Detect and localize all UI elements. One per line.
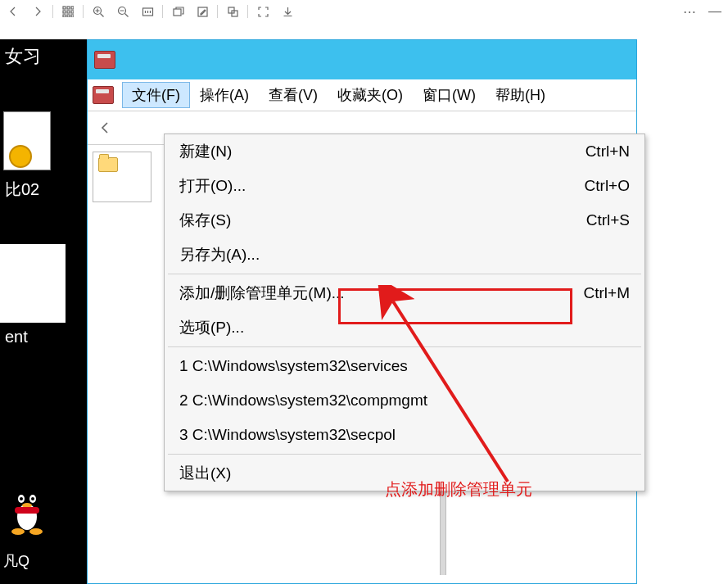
desk-white-block [0,244,66,323]
more-button[interactable]: ⋯ [682,3,699,20]
svg-point-25 [29,528,43,535]
mmc-app-icon [94,51,115,69]
fullscreen-button[interactable] [255,3,271,20]
menu-help[interactable]: 帮助(H) [486,82,555,108]
svg-rect-6 [63,15,66,17]
forward-button[interactable] [29,3,46,20]
mmc-titlebar[interactable] [88,40,636,79]
download-button[interactable] [279,3,296,20]
menu-separator [168,274,641,274]
viewer-toolbar: ⋯ — [0,0,728,24]
minimize-button[interactable]: — [707,3,723,20]
console-root-folder-icon [98,157,118,172]
actual-size-button[interactable] [139,3,156,20]
zoom-in-button[interactable] [90,3,106,20]
svg-rect-8 [71,15,74,17]
medal-icon [9,145,32,168]
mmc-tree-pane[interactable] [93,152,151,202]
menu-item-shortcut: Ctrl+S [586,211,630,229]
menu-item-label: 打开(O)... [179,175,585,197]
menu-item-shortcut: Ctrl+M [584,284,630,302]
menu-item-open[interactable]: 打开(O)... Ctrl+O [165,169,644,203]
svg-point-24 [11,528,25,535]
svg-rect-2 [71,7,74,9]
new-window-button[interactable] [170,3,186,20]
desk-doc-icon[interactable] [3,111,51,170]
desk-frag-3: ent [5,328,28,346]
menu-item-add-remove-snapin[interactable]: 添加/删除管理单元(M)... Ctrl+M [165,276,644,310]
menu-item-save[interactable]: 保存(S) Ctrl+S [165,203,644,238]
svg-rect-5 [71,11,74,13]
menu-item-new[interactable]: 新建(N) Ctrl+N [165,134,644,169]
menu-item-label: 新建(N) [179,141,586,162]
menu-item-label: 保存(S) [179,210,586,231]
menu-item-label: 添加/删除管理单元(M)... [179,283,584,304]
desk-frag-2: 比02 [5,179,39,201]
menu-favorites[interactable]: 收藏夹(O) [328,82,413,108]
remote-desktop-strip: 女习 比02 ent 凡Q [0,39,87,584]
svg-point-21 [31,497,34,500]
menu-item-shortcut: Ctrl+N [586,143,630,161]
menu-item-label: 选项(P)... [179,317,630,338]
menu-separator [168,454,641,455]
annotation-text: 点添加删除管理单元 [385,478,532,500]
back-button[interactable] [5,3,21,20]
zoom-out-button[interactable] [115,3,131,20]
menu-item-recent-3[interactable]: 3 C:\Windows\system32\secpol [165,418,644,452]
menu-item-label: 另存为(A)... [179,244,630,265]
desk-frag-1: 女习 [5,44,41,69]
toolbar-back-button[interactable] [94,116,117,139]
qq-penguin-icon[interactable] [5,482,49,535]
copy-button[interactable] [224,3,241,20]
menu-item-label: 1 C:\Windows\system32\services [179,357,630,375]
apps-button[interactable] [60,3,76,20]
svg-point-19 [20,497,23,500]
svg-rect-23 [15,507,39,514]
svg-rect-7 [67,15,70,17]
menu-file[interactable]: 文件(F) [122,82,190,108]
menu-item-saveas[interactable]: 另存为(A)... [165,238,644,272]
svg-rect-1 [67,7,70,9]
menu-item-label: 2 C:\Windows\system32\compmgmt [179,392,630,410]
svg-rect-12 [174,9,181,16]
mmc-menubar-icon [93,86,114,104]
mmc-menubar: 文件(F) 操作(A) 查看(V) 收藏夹(O) 窗口(W) 帮助(H) [88,79,636,111]
menu-item-shortcut: Ctrl+O [585,177,630,195]
svg-rect-0 [63,7,66,9]
edit-button[interactable] [194,3,210,20]
menu-action[interactable]: 操作(A) [190,82,259,108]
menu-item-recent-2[interactable]: 2 C:\Windows\system32\compmgmt [165,383,644,418]
file-menu-dropdown: 新建(N) Ctrl+N 打开(O)... Ctrl+O 保存(S) Ctrl+… [164,134,645,491]
menu-view[interactable]: 查看(V) [259,82,328,108]
menu-item-recent-1[interactable]: 1 C:\Windows\system32\services [165,349,644,383]
svg-rect-4 [67,11,70,13]
menu-window[interactable]: 窗口(W) [413,82,486,108]
menu-item-label: 3 C:\Windows\system32\secpol [179,426,630,444]
svg-rect-3 [63,11,66,13]
menu-item-options[interactable]: 选项(P)... [165,310,644,345]
desk-frag-4: 凡Q [3,551,29,571]
menu-separator [168,346,641,347]
